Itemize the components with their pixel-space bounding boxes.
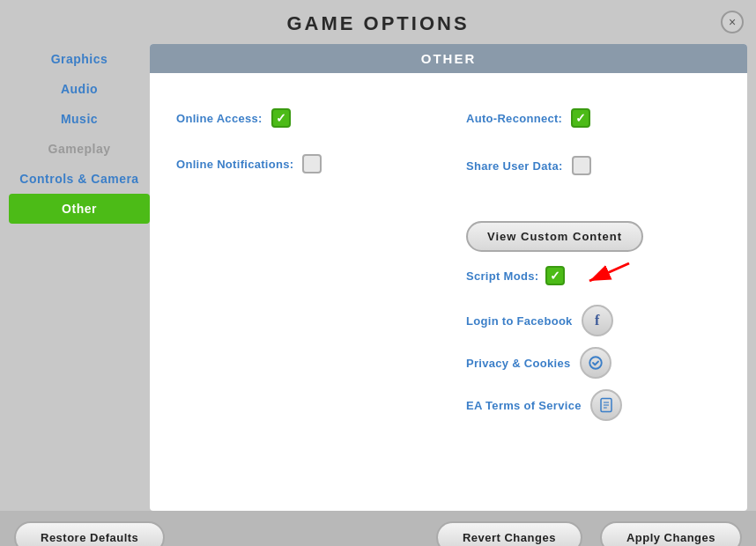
- close-button[interactable]: ×: [721, 11, 744, 33]
- section-header: Other: [150, 44, 747, 73]
- revert-changes-button[interactable]: Revert Changes: [436, 521, 582, 547]
- online-access-label: Online Access:: [176, 112, 263, 125]
- script-mods-checkbox[interactable]: [545, 266, 565, 285]
- ea-terms-service-row: EA Terms of Service: [466, 389, 622, 421]
- online-access-row: Online Access:: [176, 100, 448, 136]
- script-mods-label: Script Mods:: [466, 269, 538, 283]
- ea-terms-service-icon-button[interactable]: [590, 389, 622, 421]
- main-layout: Graphics Audio Music Gameplay Controls &…: [9, 44, 747, 511]
- share-user-data-label: Share User Data:: [466, 159, 563, 173]
- privacy-cookies-icon-button[interactable]: [580, 347, 611, 379]
- login-facebook-label: Login to Facebook: [466, 314, 573, 328]
- bottom-center-buttons: Revert Changes Apply Changes: [436, 521, 742, 547]
- page-title: Game Options: [0, 12, 756, 35]
- auto-reconnect-label: Auto-Reconnect:: [466, 112, 562, 125]
- left-column: Online Access: Online Notifications:: [176, 91, 448, 430]
- online-notifications-checkbox[interactable]: [302, 154, 322, 173]
- content-body: Online Access: Online Notifications: Aut…: [150, 73, 747, 511]
- apply-changes-button[interactable]: Apply Changes: [600, 521, 742, 547]
- sidebar-item-music[interactable]: Music: [9, 104, 150, 134]
- sidebar-item-audio[interactable]: Audio: [9, 74, 150, 104]
- online-notifications-row: Online Notifications:: [176, 145, 448, 182]
- svg-line-1: [589, 263, 629, 281]
- red-arrow-icon: [581, 259, 634, 294]
- right-column: Auto-Reconnect: Share User Data: View Cu…: [448, 91, 721, 430]
- auto-reconnect-checkbox[interactable]: [571, 108, 590, 128]
- ea-terms-service-label: EA Terms of Service: [466, 399, 582, 412]
- privacy-cookies-label: Privacy & Cookies: [466, 357, 571, 370]
- share-user-data-row: Share User Data:: [466, 147, 591, 184]
- auto-reconnect-row: Auto-Reconnect:: [466, 100, 590, 136]
- sidebar-item-graphics[interactable]: Graphics: [9, 44, 150, 74]
- restore-defaults-button[interactable]: Restore Defaults: [14, 521, 165, 547]
- title-bar: Game Options ×: [0, 0, 756, 44]
- bottom-bar: Restore Defaults Revert Changes Apply Ch…: [0, 511, 756, 546]
- privacy-cookies-row: Privacy & Cookies: [466, 347, 611, 379]
- online-access-checkbox[interactable]: [271, 108, 291, 128]
- script-mods-row: Script Mods:: [466, 266, 565, 285]
- sidebar: Graphics Audio Music Gameplay Controls &…: [9, 44, 150, 511]
- view-custom-content-button[interactable]: View Custom Content: [466, 221, 643, 252]
- login-facebook-row: Login to Facebook f: [466, 305, 613, 336]
- content-area: Other Online Access: Online Notification…: [150, 44, 747, 511]
- sidebar-item-controls-camera[interactable]: Controls & Camera: [9, 164, 150, 194]
- online-notifications-label: Online Notifications:: [176, 158, 293, 171]
- svg-point-2: [589, 357, 602, 369]
- sidebar-item-other[interactable]: Other: [9, 194, 150, 224]
- facebook-icon-button[interactable]: f: [582, 305, 613, 336]
- share-user-data-checkbox[interactable]: [572, 156, 591, 175]
- sidebar-item-gameplay: Gameplay: [9, 134, 150, 164]
